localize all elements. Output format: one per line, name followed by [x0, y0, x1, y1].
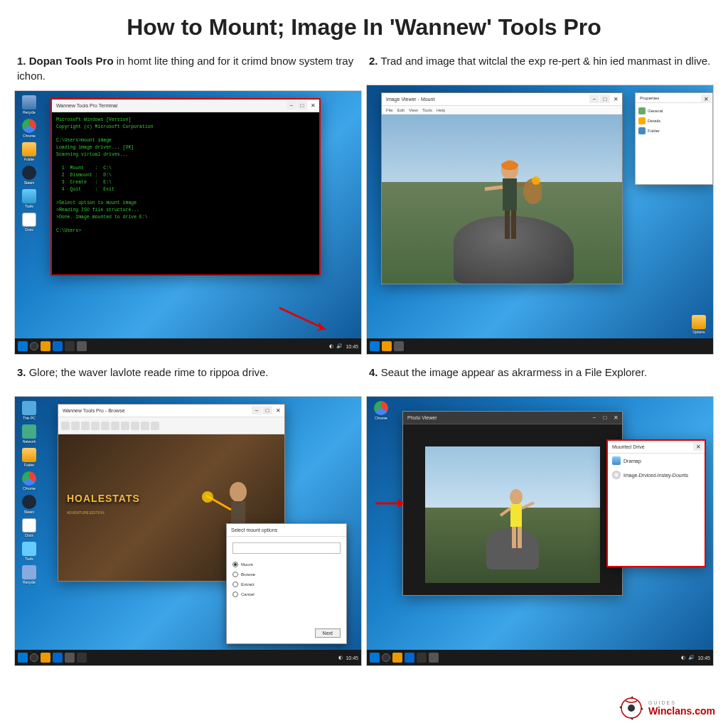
close-button[interactable]: ✕: [693, 442, 703, 451]
desk-icon[interactable]: Tools: [19, 189, 39, 208]
toolbar-button[interactable]: [151, 422, 159, 430]
menu-file[interactable]: File: [386, 108, 393, 112]
refresh-button[interactable]: [91, 422, 100, 430]
menu-view[interactable]: View: [409, 108, 418, 112]
minimize-button[interactable]: −: [252, 406, 262, 414]
taskbar-app-icon[interactable]: [41, 653, 50, 663]
list-item[interactable]: Dramap: [608, 454, 705, 468]
tray-time[interactable]: 10:45: [346, 344, 358, 349]
toolbar-button[interactable]: [111, 422, 119, 430]
tray-icon[interactable]: 🔊: [688, 655, 695, 660]
menu-edit[interactable]: Edit: [397, 108, 405, 112]
properties-panel[interactable]: Properties ✕ General Details Folder: [635, 92, 713, 185]
taskbar-app-icon[interactable]: [65, 341, 75, 351]
toolbar-button[interactable]: [121, 422, 129, 430]
toolbar-button[interactable]: [131, 422, 139, 430]
search-icon[interactable]: [30, 342, 38, 350]
terminal-window[interactable]: Wannew Tools Pro Terminal − □ ✕ Microsof…: [50, 98, 321, 276]
desk-icon[interactable]: Folder: [19, 142, 39, 161]
maximize-button[interactable]: □: [600, 95, 610, 103]
system-tray[interactable]: ◐ 10:45: [338, 650, 358, 665]
tray-icon[interactable]: ◐: [329, 343, 333, 349]
taskbar-app-icon[interactable]: [77, 653, 87, 663]
tray-icon[interactable]: ◐: [681, 655, 685, 660]
taskbar-app-icon[interactable]: [77, 341, 87, 351]
image-viewer-window[interactable]: Image Viewer - Mount − □ ✕ File Edit Vie…: [381, 92, 623, 284]
forward-button[interactable]: [71, 422, 80, 430]
terminal-titlebar[interactable]: Wannew Tools Pro Terminal − □ ✕: [52, 100, 319, 112]
menu-help[interactable]: Help: [437, 108, 445, 112]
minimize-button[interactable]: −: [589, 413, 599, 422]
up-button[interactable]: [81, 422, 90, 430]
desk-icon[interactable]: Folder: [19, 448, 39, 467]
taskbar-app-icon[interactable]: [53, 653, 63, 663]
tray-time[interactable]: 10:45: [697, 655, 710, 660]
close-button[interactable]: ✕: [611, 95, 621, 103]
radio-option[interactable]: Browse: [232, 569, 341, 579]
tray-icon[interactable]: 🔊: [336, 343, 343, 349]
toolbar-button[interactable]: [141, 422, 149, 430]
minimize-button[interactable]: −: [589, 95, 599, 103]
taskbar-app-icon[interactable]: [417, 653, 427, 663]
next-button[interactable]: Next: [315, 628, 341, 638]
search-icon[interactable]: [382, 653, 390, 662]
taskbar-app-icon[interactable]: [392, 653, 402, 663]
start-button[interactable]: [18, 341, 28, 351]
desk-icon[interactable]: Options: [689, 315, 709, 334]
system-tray[interactable]: ◐ 🔊 10:45: [681, 650, 710, 665]
taskbar-app-icon[interactable]: [394, 341, 404, 351]
desk-icon[interactable]: Network: [19, 424, 39, 444]
desk-icon[interactable]: Chrome: [371, 401, 391, 420]
taskbar[interactable]: ◐ 10:45: [15, 650, 361, 665]
close-button[interactable]: ✕: [701, 95, 711, 103]
home-button[interactable]: [101, 422, 109, 430]
list-item[interactable]: Folder: [638, 126, 710, 136]
start-button[interactable]: [18, 653, 28, 663]
explorer-titlebar[interactable]: Mounted Drive ✕: [608, 441, 705, 454]
desk-icon[interactable]: Recycle: [19, 565, 39, 584]
taskbar[interactable]: ◐ 🔊 10:45: [15, 338, 361, 354]
menu-bar[interactable]: File Edit View Tools Help: [382, 106, 622, 114]
radio-option[interactable]: Cancel: [232, 589, 341, 599]
path-input[interactable]: [232, 542, 341, 554]
close-button[interactable]: ✕: [308, 101, 318, 109]
mount-dialog[interactable]: Select mount options Mount Browse Extrac…: [226, 523, 347, 644]
explorer-panel[interactable]: Mounted Drive ✕ Dramap Image-Drviced-Ins…: [606, 439, 706, 567]
maximize-button[interactable]: □: [297, 101, 307, 109]
taskbar-app-icon[interactable]: [53, 341, 63, 351]
taskbar-app-icon[interactable]: [65, 653, 75, 663]
list-item[interactable]: Image-Drviced-Instey-Dounts: [608, 468, 705, 482]
dialog-titlebar[interactable]: Select mount options: [227, 524, 346, 537]
taskbar-app-icon[interactable]: [405, 653, 414, 663]
properties-titlebar[interactable]: Properties ✕: [636, 93, 712, 103]
taskbar[interactable]: [367, 338, 713, 354]
tray-icon[interactable]: ◐: [338, 655, 343, 660]
close-button[interactable]: ✕: [273, 406, 283, 414]
maximize-button[interactable]: □: [600, 413, 610, 422]
desk-icon[interactable]: Chrome: [19, 119, 39, 138]
taskbar-app-icon[interactable]: [382, 341, 392, 351]
desk-icon[interactable]: Tools: [19, 542, 39, 561]
list-item[interactable]: Details: [638, 116, 710, 126]
desk-icon[interactable]: This PC: [19, 401, 39, 420]
image-viewer-titlebar[interactable]: Image Viewer - Mount − □ ✕: [382, 93, 622, 106]
desk-icon[interactable]: Recycle: [19, 95, 39, 114]
start-button[interactable]: [370, 653, 380, 663]
radio-option[interactable]: Mount: [232, 560, 341, 569]
radio-option[interactable]: Extract: [232, 579, 341, 589]
taskbar-app-icon[interactable]: [41, 341, 50, 351]
search-icon[interactable]: [30, 653, 38, 662]
desk-icon[interactable]: Docs: [19, 518, 39, 537]
tray-time[interactable]: 10:45: [346, 655, 358, 660]
desk-icon[interactable]: Steam: [19, 495, 39, 514]
close-button[interactable]: ✕: [611, 413, 621, 422]
photo-viewer-window[interactable]: Photo Viewer − □ ✕: [402, 411, 623, 596]
list-item[interactable]: General: [638, 106, 710, 116]
desk-icon[interactable]: Docs: [19, 213, 39, 232]
minimize-button[interactable]: −: [287, 101, 296, 109]
photo-viewer-titlebar[interactable]: Photo Viewer − □ ✕: [403, 412, 622, 424]
terminal-output[interactable]: Microsoft Windows [Version] Copyright (c…: [52, 112, 319, 274]
desk-icon[interactable]: Chrome: [19, 471, 39, 491]
back-button[interactable]: [61, 422, 70, 430]
browser-titlebar[interactable]: Wannew Tools Pro - Browse − □ ✕: [58, 405, 284, 417]
